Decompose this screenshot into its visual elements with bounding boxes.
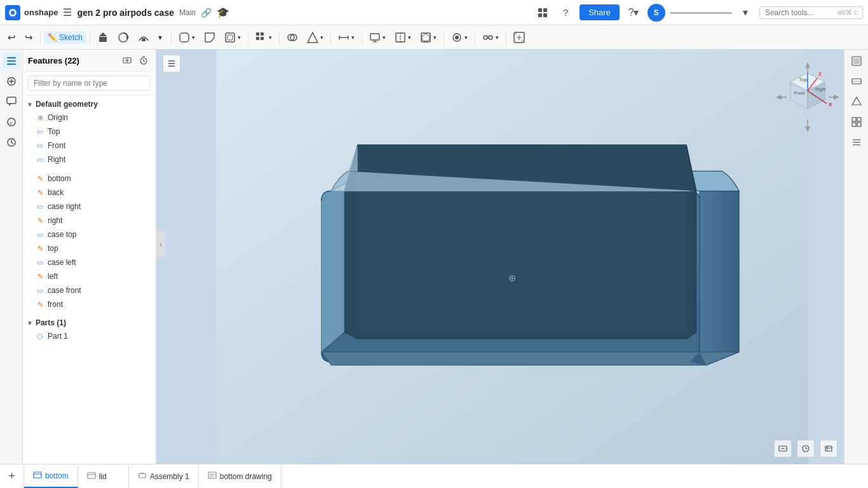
variables-icon[interactable]: x <box>3 113 20 131</box>
shaded-view-icon[interactable] <box>848 72 865 90</box>
toolbar-separator-6 <box>330 30 331 44</box>
feature-timer-button[interactable] <box>137 53 151 67</box>
tree-item-back[interactable]: ✎ back <box>23 186 156 200</box>
filter-input[interactable] <box>28 76 151 91</box>
tab-bottom[interactable]: bottom <box>24 464 78 488</box>
tree-item-front-plane[interactable]: ▭ Front <box>23 139 156 152</box>
revolve-button[interactable] <box>114 30 133 45</box>
extrude-icon <box>97 32 109 43</box>
parts-section-header[interactable]: ▼ Parts (1) <box>23 316 156 329</box>
tab-bottom-drawing[interactable]: bottom drawing <box>199 464 281 488</box>
tab-assembly-label: Assembly 1 <box>150 472 189 481</box>
panel-collapse-handle[interactable]: ‹ <box>156 231 165 257</box>
fit-view-button[interactable] <box>510 30 529 45</box>
svg-text:Right: Right <box>815 87 825 92</box>
add-feature-button[interactable] <box>120 53 134 67</box>
svg-text:Front: Front <box>794 91 804 95</box>
tab-lid[interactable]: lid <box>78 464 129 488</box>
svg-marker-71 <box>834 95 839 100</box>
tree-item-left[interactable]: ✎ left <box>23 269 156 283</box>
hamburger-icon[interactable]: ☰ <box>63 6 72 18</box>
mate-caret: ▾ <box>496 34 499 41</box>
extrude-button[interactable] <box>93 30 112 45</box>
tree-item-top-plane[interactable]: ▭ Top <box>23 125 156 139</box>
parts-list-icon[interactable] <box>848 133 865 151</box>
plane-icon: ▭ <box>36 156 44 164</box>
settings-icon[interactable] <box>820 440 837 458</box>
measure-button[interactable]: ▾ <box>334 30 358 45</box>
boolean-button[interactable] <box>283 30 302 45</box>
svg-marker-91 <box>852 97 861 105</box>
reset-view-icon[interactable] <box>797 440 815 458</box>
view-ortho-button[interactable]: ▾ <box>416 30 440 45</box>
zoom-icon[interactable] <box>774 440 792 458</box>
link-icon[interactable]: 🔗 <box>201 8 212 18</box>
tree-item-bottom[interactable]: ✎ bottom <box>23 172 156 186</box>
display-button[interactable]: ▾ <box>365 30 390 45</box>
shell-button[interactable]: ▾ <box>220 30 245 45</box>
help-dropdown-icon[interactable]: ?▾ <box>625 4 642 22</box>
tree-item-case-front[interactable]: ▭ case front <box>23 283 156 297</box>
add-tab-button[interactable]: + <box>0 464 24 488</box>
sketch-button[interactable]: ✏️ Sketch <box>44 31 86 44</box>
fillet-caret: ▾ <box>192 34 195 41</box>
undo-icon: ↩ <box>8 32 16 43</box>
sidebar-icon-rail: x <box>0 50 23 464</box>
sketch-icon: ✎ <box>36 189 44 197</box>
history-icon[interactable] <box>3 133 20 151</box>
user-dropdown-icon[interactable]: ▾ <box>736 4 754 22</box>
user-avatar[interactable]: S <box>648 4 665 22</box>
chamfer-button[interactable] <box>200 30 219 45</box>
loft-button[interactable]: ▾ <box>154 31 168 44</box>
tree-item-case-top[interactable]: ▭ case top <box>23 227 156 241</box>
wireframe-icon[interactable] <box>848 93 865 111</box>
grid-view-icon[interactable] <box>848 113 865 131</box>
tab-assembly1[interactable]: Assembly 1 <box>129 464 199 488</box>
features-icon[interactable] <box>3 52 20 70</box>
tree-item-right-plane[interactable]: ▭ Right <box>23 152 156 166</box>
grad-icon[interactable]: 🎓 <box>217 6 229 18</box>
tree-item-case-left[interactable]: ▭ case left <box>23 255 156 269</box>
tab-lid-label: lid <box>99 472 107 481</box>
tree-item-origin[interactable]: ⊕ Origin <box>23 111 156 125</box>
tree-item-front[interactable]: ✎ front <box>23 297 156 311</box>
plane-icon: ▭ <box>36 259 44 267</box>
appearance-button[interactable]: ▾ <box>447 30 471 45</box>
svg-rect-4 <box>538 13 542 17</box>
sweep-icon <box>138 32 149 43</box>
share-button[interactable]: Share <box>580 4 620 20</box>
tree-item-part1[interactable]: ⬡ Part 1 <box>23 329 156 343</box>
pattern-caret: ▾ <box>269 34 272 41</box>
question-icon[interactable]: ? <box>557 4 574 22</box>
model-viewport[interactable]: Top Front Right Z X <box>156 50 868 464</box>
undo-button[interactable]: ↩ <box>4 30 20 45</box>
svg-marker-12 <box>205 33 214 42</box>
tree-item-top[interactable]: ✎ top <box>23 241 156 255</box>
svg-point-35 <box>489 36 492 39</box>
toolbar-separator-2 <box>90 30 90 44</box>
render-mode-icon[interactable] <box>848 52 865 70</box>
features-title: Features (22) <box>28 56 120 65</box>
mate-button[interactable]: ▾ <box>478 30 503 45</box>
svg-marker-75 <box>776 95 782 100</box>
redo-button[interactable]: ↪ <box>21 30 37 45</box>
tree-item-case-right[interactable]: ▭ case right <box>23 200 156 214</box>
svg-rect-94 <box>852 123 856 126</box>
add-feature-icon[interactable] <box>3 72 20 90</box>
plane-icon: ▭ <box>36 287 44 295</box>
pattern-button[interactable]: ▾ <box>252 30 276 45</box>
comment-icon[interactable] <box>3 93 20 111</box>
svg-rect-2 <box>538 8 542 12</box>
pattern-icon <box>255 32 267 43</box>
tree-item-right[interactable]: ✎ right <box>23 214 156 227</box>
draft-button[interactable]: ▾ <box>303 30 327 45</box>
branch-label[interactable]: Main <box>179 8 196 17</box>
fillet-button[interactable]: ▾ <box>175 30 199 45</box>
default-geometry-header[interactable]: ▼ Default geometry <box>23 98 156 111</box>
apps-grid-icon[interactable] <box>534 4 552 22</box>
search-tools-input[interactable] <box>765 8 835 17</box>
features-section: ✎ bottom ✎ back ▭ case right ✎ right ▭ c… <box>23 169 156 314</box>
view-cube[interactable]: Top Front Right Z X <box>773 59 836 123</box>
sweep-button[interactable] <box>134 30 153 45</box>
section-view-button[interactable]: ▾ <box>391 30 415 45</box>
